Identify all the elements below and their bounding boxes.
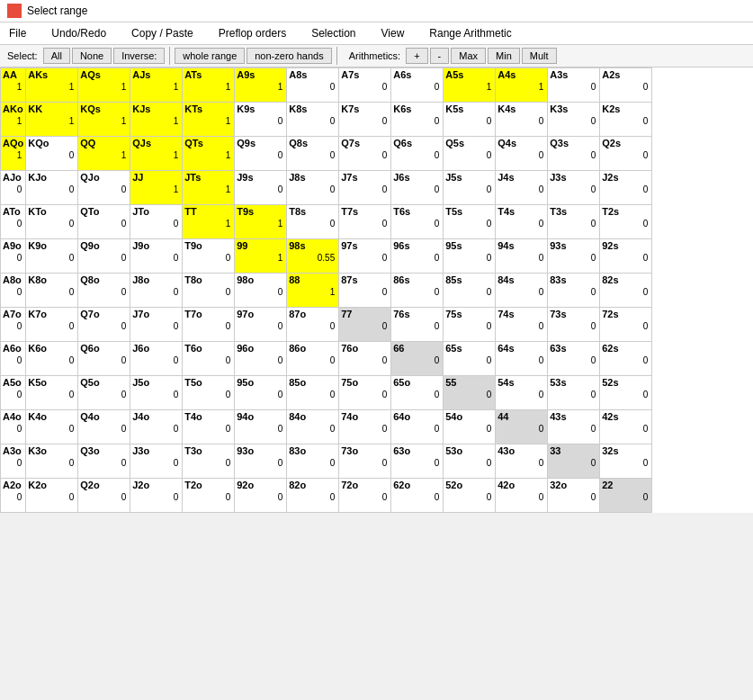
hand-cell-a9s[interactable]: A9s1 xyxy=(235,68,287,103)
hand-cell-q9s[interactable]: Q9s0 xyxy=(235,137,287,171)
hand-cell-87s[interactable]: 87s0 xyxy=(339,274,391,308)
hand-cell-qts[interactable]: QTs1 xyxy=(183,137,235,171)
hand-cell-85o[interactable]: 85o0 xyxy=(287,376,339,410)
hand-cell-j3s[interactable]: J3s0 xyxy=(548,171,600,205)
hand-cell-k7o[interactable]: K7o0 xyxy=(26,308,78,342)
hand-cell-j2s[interactable]: J2s0 xyxy=(600,171,652,205)
hand-cell-74s[interactable]: 74s0 xyxy=(496,308,548,342)
hand-cell-kk[interactable]: KK1 xyxy=(26,103,78,137)
hand-cell-t7o[interactable]: T7o0 xyxy=(183,308,235,342)
hand-cell-86s[interactable]: 86s0 xyxy=(391,274,444,308)
hand-cell-96s[interactable]: 96s0 xyxy=(391,239,444,274)
hand-cell-84o[interactable]: 84o0 xyxy=(287,410,339,444)
hand-cell-73s[interactable]: 73s0 xyxy=(548,308,600,342)
hand-cell-33[interactable]: 330 xyxy=(548,444,600,479)
hand-cell-ajs[interactable]: AJs1 xyxy=(130,68,183,103)
hand-cell-j4o[interactable]: J4o0 xyxy=(130,410,183,444)
hand-cell-t9s[interactable]: T9s1 xyxy=(235,205,287,239)
hand-cell-95o[interactable]: 95o0 xyxy=(235,376,287,410)
hand-cell-k3o[interactable]: K3o0 xyxy=(26,444,78,479)
hand-cell-jts[interactable]: JTs1 xyxy=(183,171,235,205)
range-btn-non-zero-hands[interactable]: non-zero hands xyxy=(247,48,331,64)
hand-cell-ato[interactable]: ATo0 xyxy=(1,205,26,239)
hand-cell-32o[interactable]: 32o0 xyxy=(548,479,600,513)
hand-cell-74o[interactable]: 74o0 xyxy=(339,410,391,444)
hand-cell-ajo[interactable]: AJo0 xyxy=(1,171,26,205)
hand-cell-j4s[interactable]: J4s0 xyxy=(496,171,548,205)
hand-cell-82o[interactable]: 82o0 xyxy=(287,479,339,513)
hand-cell-ako[interactable]: AKo1 xyxy=(1,103,26,137)
hand-cell-j9s[interactable]: J9s0 xyxy=(235,171,287,205)
hand-cell-a6s[interactable]: A6s0 xyxy=(391,68,444,103)
hand-cell-t4s[interactable]: T4s0 xyxy=(496,205,548,239)
hand-cell-76o[interactable]: 76o0 xyxy=(339,342,391,376)
hand-cell-52s[interactable]: 52s0 xyxy=(600,376,652,410)
hand-cell-t2o[interactable]: T2o0 xyxy=(183,479,235,513)
arith-btn--[interactable]: + xyxy=(406,48,427,64)
hand-cell-jto[interactable]: JTo0 xyxy=(130,205,183,239)
hand-cell-t4o[interactable]: T4o0 xyxy=(183,410,235,444)
menu-item-file[interactable]: File xyxy=(4,24,31,42)
hand-cell-53s[interactable]: 53s0 xyxy=(548,376,600,410)
hand-cell-ats[interactable]: ATs1 xyxy=(183,68,235,103)
hand-cell-64o[interactable]: 64o0 xyxy=(391,410,444,444)
hand-cell-k2s[interactable]: K2s0 xyxy=(600,103,652,137)
hand-cell-87o[interactable]: 87o0 xyxy=(287,308,339,342)
hand-cell-t6o[interactable]: T6o0 xyxy=(183,342,235,376)
hand-cell-a5o[interactable]: A5o0 xyxy=(1,376,26,410)
hand-cell-a4s[interactable]: A4s1 xyxy=(496,68,548,103)
hand-cell-22[interactable]: 220 xyxy=(600,479,652,513)
hand-cell-53o[interactable]: 53o0 xyxy=(444,444,496,479)
hand-cell-q3s[interactable]: Q3s0 xyxy=(548,137,600,171)
hand-cell-a6o[interactable]: A6o0 xyxy=(1,342,26,376)
hand-cell-j8s[interactable]: J8s0 xyxy=(287,171,339,205)
hand-cell-84s[interactable]: 84s0 xyxy=(496,274,548,308)
btn-inverse-[interactable]: Inverse: xyxy=(113,48,165,64)
hand-cell-43s[interactable]: 43s0 xyxy=(548,410,600,444)
hand-cell-j7o[interactable]: J7o0 xyxy=(130,308,183,342)
hand-cell-83o[interactable]: 83o0 xyxy=(287,444,339,479)
hand-cell-k4o[interactable]: K4o0 xyxy=(26,410,78,444)
hand-cell-qjo[interactable]: QJo0 xyxy=(78,171,130,205)
hand-cell-k9o[interactable]: K9o0 xyxy=(26,239,78,274)
hand-cell-t5o[interactable]: T5o0 xyxy=(183,376,235,410)
hand-cell-t3o[interactable]: T3o0 xyxy=(183,444,235,479)
hand-cell-j9o[interactable]: J9o0 xyxy=(130,239,183,274)
hand-cell-q7o[interactable]: Q7o0 xyxy=(78,308,130,342)
hand-cell-k6s[interactable]: K6s0 xyxy=(391,103,444,137)
hand-cell-a3s[interactable]: A3s0 xyxy=(548,68,600,103)
hand-cell-j7s[interactable]: J7s0 xyxy=(339,171,391,205)
hand-cell-k8o[interactable]: K8o0 xyxy=(26,274,78,308)
menu-item-undo-redo[interactable]: Undo/Redo xyxy=(46,24,112,42)
hand-cell-q4s[interactable]: Q4s0 xyxy=(496,137,548,171)
hand-cell-54s[interactable]: 54s0 xyxy=(496,376,548,410)
hand-cell-j6s[interactable]: J6s0 xyxy=(391,171,444,205)
hand-cell-32s[interactable]: 32s0 xyxy=(600,444,652,479)
hand-cell-k5o[interactable]: K5o0 xyxy=(26,376,78,410)
hand-cell-63s[interactable]: 63s0 xyxy=(548,342,600,376)
hand-cell-98s[interactable]: 98s0.55 xyxy=(287,239,339,274)
hand-cell-98o[interactable]: 98o0 xyxy=(235,274,287,308)
hand-cell-qq[interactable]: QQ1 xyxy=(78,137,130,171)
hand-cell-82s[interactable]: 82s0 xyxy=(600,274,652,308)
hand-cell-42s[interactable]: 42s0 xyxy=(600,410,652,444)
hand-cell-93s[interactable]: 93s0 xyxy=(548,239,600,274)
hand-cell-55[interactable]: 550 xyxy=(444,376,496,410)
hand-cell-j5o[interactable]: J5o0 xyxy=(130,376,183,410)
hand-cell-aa[interactable]: AA1 xyxy=(1,68,26,103)
hand-cell-88[interactable]: 881 xyxy=(287,274,339,308)
hand-cell-jj[interactable]: JJ1 xyxy=(130,171,183,205)
hand-cell-93o[interactable]: 93o0 xyxy=(235,444,287,479)
arith-btn-min[interactable]: Min xyxy=(488,48,520,64)
hand-cell-q2o[interactable]: Q2o0 xyxy=(78,479,130,513)
hand-cell-kto[interactable]: KTo0 xyxy=(26,205,78,239)
hand-cell-65o[interactable]: 65o0 xyxy=(391,376,444,410)
hand-cell-t8o[interactable]: T8o0 xyxy=(183,274,235,308)
hand-cell-qto[interactable]: QTo0 xyxy=(78,205,130,239)
hand-cell-94o[interactable]: 94o0 xyxy=(235,410,287,444)
hand-cell-q5s[interactable]: Q5s0 xyxy=(444,137,496,171)
hand-cell-t6s[interactable]: T6s0 xyxy=(391,205,444,239)
hand-cell-a4o[interactable]: A4o0 xyxy=(1,410,26,444)
menu-item-selection[interactable]: Selection xyxy=(306,24,361,42)
hand-cell-j3o[interactable]: J3o0 xyxy=(130,444,183,479)
